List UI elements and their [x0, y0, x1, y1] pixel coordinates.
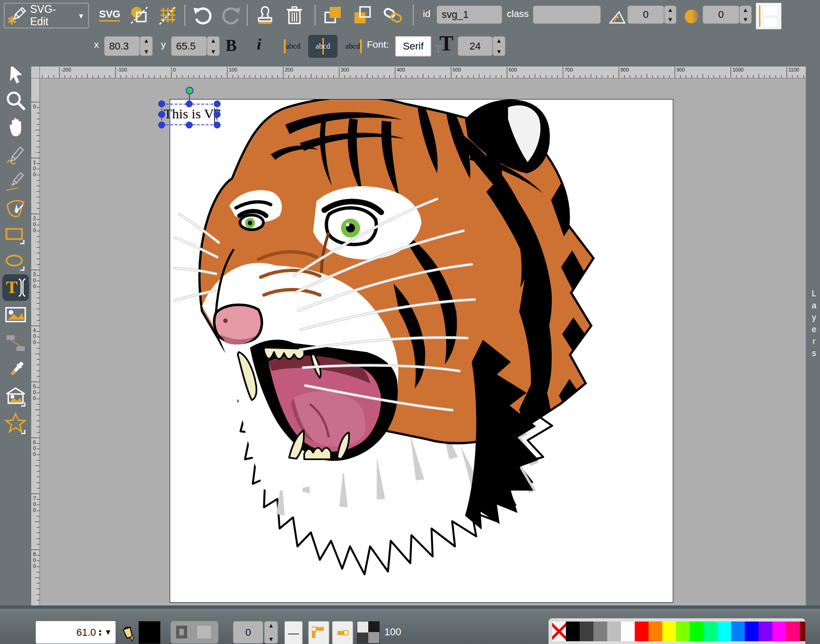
drawing-canvas[interactable] [170, 99, 673, 603]
zoom-control[interactable]: 61.0 ▲▼ ▼ [36, 621, 116, 644]
ellipse-tool[interactable] [5, 251, 27, 273]
ruler-tick [445, 75, 446, 78]
y-spinner[interactable] [207, 36, 220, 56]
palette-swatch[interactable] [676, 622, 690, 641]
italic-button[interactable]: i [257, 36, 261, 53]
ruler-tick [37, 404, 39, 405]
image-tool[interactable] [5, 304, 27, 326]
element-id-input[interactable]: svg_1 [437, 6, 502, 24]
link-icon[interactable] [382, 5, 403, 25]
palette-swatch[interactable] [690, 622, 704, 641]
resize-handle-ne[interactable] [214, 100, 221, 107]
move-to-front-icon[interactable] [323, 5, 343, 25]
redo-icon[interactable] [221, 5, 241, 25]
source-editor-icon[interactable]: SVG [99, 8, 120, 22]
ruler-tick [725, 75, 726, 78]
angle-input[interactable]: 0 [627, 6, 664, 24]
grid-icon[interactable] [158, 5, 178, 25]
palette-swatch[interactable] [593, 622, 607, 641]
palette-swatch[interactable] [731, 622, 745, 641]
palette-swatch[interactable] [621, 622, 635, 641]
move-to-back-icon[interactable] [352, 5, 372, 25]
palette-swatch[interactable] [800, 622, 805, 641]
resize-handle-nw[interactable] [158, 100, 165, 107]
align-center-button[interactable]: abcd [308, 35, 338, 58]
undo-icon[interactable] [193, 5, 213, 25]
palette-swatch[interactable] [717, 622, 731, 641]
palette-swatch[interactable] [704, 622, 717, 641]
ruler-tick [507, 67, 507, 78]
zoom-spinner[interactable]: ▲▼ [98, 628, 102, 637]
opacity-gradient-chip[interactable] [357, 621, 380, 644]
text-tool[interactable]: T [2, 274, 29, 301]
stroke-control[interactable] [171, 621, 218, 644]
ruler-tick [188, 75, 188, 78]
resize-handle-w[interactable] [158, 111, 165, 118]
star-tool[interactable] [5, 412, 27, 434]
palette-swatch[interactable] [786, 622, 800, 641]
ruler-tick [384, 75, 384, 78]
palette-swatch[interactable] [607, 622, 621, 641]
layers-panel-tab[interactable]: Layers [806, 57, 820, 605]
font-family-button[interactable]: Serif [395, 36, 431, 56]
stroke-dash-button[interactable]: — [284, 621, 303, 644]
ruler-tick [540, 75, 541, 78]
eyedropper-tool[interactable] [5, 359, 27, 381]
zoom-dropdown-caret[interactable]: ▼ [104, 628, 112, 637]
palette-swatch[interactable] [662, 622, 676, 641]
stroke-width-spinner[interactable] [264, 621, 278, 644]
main-menu-button[interactable]: SVG-Edit ▼ [4, 3, 89, 28]
line-tool[interactable] [5, 171, 27, 193]
zoom-tool[interactable] [5, 89, 27, 111]
bold-button[interactable]: B [226, 36, 237, 55]
rectangle-tool[interactable] [5, 224, 27, 246]
ruler-label: 500 [32, 383, 37, 401]
font-size-input[interactable]: 24 [458, 36, 493, 56]
ruler-label: -100 [117, 67, 127, 72]
resize-handle-n[interactable] [186, 100, 193, 107]
align-right-button[interactable]: abcd [340, 36, 367, 57]
blur-spinner[interactable] [739, 6, 752, 24]
ruler-tick [680, 75, 681, 78]
angle-spinner[interactable] [664, 6, 676, 24]
palette-swatch[interactable] [745, 622, 759, 641]
palette-swatch[interactable] [566, 622, 580, 641]
shape-tool-icon[interactable] [129, 5, 150, 25]
palette-swatch[interactable] [635, 622, 648, 641]
library-tool[interactable] [5, 386, 27, 408]
connector-tool[interactable] [5, 333, 27, 355]
pencil-tool[interactable] [5, 144, 27, 167]
y-input[interactable]: 65.5 [171, 36, 207, 56]
fill-color-swatch[interactable] [139, 621, 161, 644]
resize-handle-se[interactable] [214, 122, 221, 128]
opacity-value: 100 [384, 626, 401, 638]
tiger-artwork[interactable] [170, 100, 673, 602]
clone-stamp-icon[interactable] [255, 5, 275, 25]
delete-trash-icon[interactable] [284, 5, 305, 25]
ruler-tick [563, 67, 563, 78]
palette-swatch[interactable] [772, 622, 786, 641]
palette-swatch[interactable] [580, 622, 593, 641]
ruler-tick [31, 550, 39, 550]
palette-none-swatch[interactable] [552, 622, 566, 641]
stroke-width-input[interactable]: 0 [233, 621, 263, 644]
ruler-tick [98, 75, 99, 78]
pan-tool[interactable] [5, 116, 27, 138]
font-size-spinner[interactable] [493, 36, 505, 56]
path-tool[interactable] [5, 198, 27, 220]
x-input[interactable]: 80.3 [104, 36, 140, 56]
resize-handle-s[interactable] [186, 122, 193, 128]
linejoin-button[interactable] [308, 621, 329, 644]
palette-swatch[interactable] [648, 622, 662, 641]
x-spinner[interactable] [140, 36, 153, 56]
blur-input[interactable]: 0 [703, 6, 739, 24]
background-swatch-button[interactable] [756, 3, 781, 29]
stroke-color-swatch[interactable] [197, 626, 211, 638]
palette-swatch[interactable] [759, 622, 772, 641]
resize-handle-e[interactable] [214, 111, 221, 118]
align-left-button[interactable]: abcd [279, 36, 305, 57]
resize-handle-sw[interactable] [158, 122, 165, 128]
linecap-button[interactable] [332, 621, 353, 644]
rotate-handle[interactable] [186, 87, 194, 94]
element-class-input[interactable] [533, 6, 601, 24]
